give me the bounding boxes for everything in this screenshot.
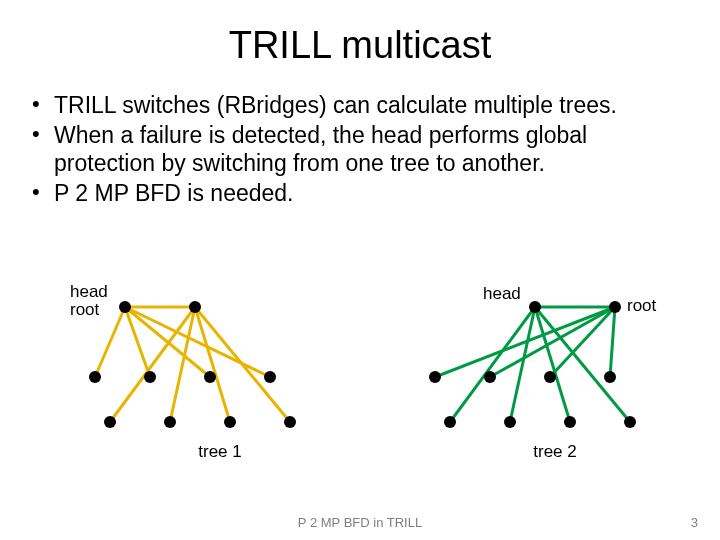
tree1-svg	[80, 282, 360, 462]
tree2-caption: tree 2	[415, 442, 695, 462]
svg-line-27	[610, 307, 615, 377]
tree1-diagram: head root	[80, 282, 360, 492]
svg-point-14	[264, 371, 276, 383]
svg-point-32	[544, 371, 556, 383]
footer-text: P 2 MP BFD in TRILL	[0, 515, 720, 530]
svg-point-18	[284, 416, 296, 428]
svg-point-17	[224, 416, 236, 428]
bullet-item: TRILL switches (RBridges) can calculate …	[54, 91, 684, 119]
svg-point-13	[204, 371, 216, 383]
diagrams-region: head root	[0, 282, 720, 502]
svg-point-37	[624, 416, 636, 428]
svg-point-11	[89, 371, 101, 383]
svg-point-36	[564, 416, 576, 428]
tree2-diagram: head root	[415, 282, 695, 492]
svg-point-31	[484, 371, 496, 383]
tree2-svg	[415, 282, 695, 462]
svg-point-16	[164, 416, 176, 428]
bullet-item: When a failure is detected, the head per…	[54, 121, 684, 177]
svg-line-24	[435, 307, 615, 377]
svg-point-15	[104, 416, 116, 428]
svg-line-8	[195, 307, 290, 422]
svg-point-30	[429, 371, 441, 383]
svg-line-7	[195, 307, 230, 422]
slide: TRILL multicast TRILL switches (RBridges…	[0, 0, 720, 540]
bullet-item: P 2 MP BFD is needed.	[54, 179, 684, 207]
svg-point-29	[609, 301, 621, 313]
slide-title: TRILL multicast	[0, 0, 720, 67]
svg-point-34	[444, 416, 456, 428]
svg-point-12	[144, 371, 156, 383]
page-number: 3	[691, 515, 698, 530]
svg-point-35	[504, 416, 516, 428]
svg-point-28	[529, 301, 541, 313]
svg-point-9	[119, 301, 131, 313]
svg-line-21	[535, 307, 570, 422]
svg-line-0	[95, 307, 125, 377]
svg-point-10	[189, 301, 201, 313]
svg-point-33	[604, 371, 616, 383]
bullet-list: TRILL switches (RBridges) can calculate …	[0, 67, 720, 207]
tree1-caption: tree 1	[80, 442, 360, 462]
